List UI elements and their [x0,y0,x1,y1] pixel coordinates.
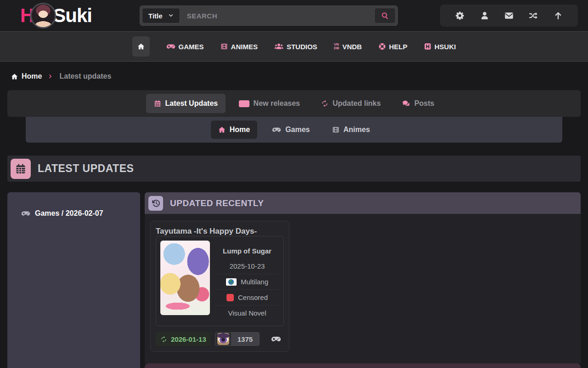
game-title[interactable]: Tayutama -It's Happy Days- [156,227,257,236]
views-count: 1375 [231,333,259,345]
logo-text-suki: Suki [53,5,92,27]
breadcrumb-home[interactable]: Home [11,72,42,80]
breadcrumb-home-label: Home [22,72,42,80]
date-sidebar: Games / 2026-02-07 [7,192,140,368]
next-section-strip [145,363,581,368]
users-icon [274,42,283,51]
upload-button[interactable] [554,11,563,20]
nav-home-button[interactable] [132,36,150,57]
random-button[interactable] [529,11,538,20]
subtab-home[interactable]: Home [211,121,257,139]
search-icon [381,12,389,19]
chevron-down-icon [168,13,174,18]
nav-item-help[interactable]: HELP [379,43,407,51]
tab-label: Posts [414,99,435,108]
nav-item-studios[interactable]: STUDIOS [274,42,317,51]
chevron-right-icon [48,74,53,79]
logo-avatar [30,3,56,29]
up-arrow-icon [554,11,563,20]
film-icon [220,43,228,50]
user-button[interactable] [480,11,489,20]
tab-label: New releases [254,99,300,108]
panel-body: Tayutama -It's Happy Days- Lump of Sugar… [145,214,581,363]
subtab-animes[interactable]: Animes [325,121,378,139]
calendar-icon [154,100,161,107]
search-input[interactable] [180,12,374,20]
breadcrumb-current: Latest updates [59,72,111,80]
tab-new-releases[interactable]: NEW New releases [231,94,308,113]
updated-recently-panel: UPDATED RECENTLY Tayutama -It's Happy Da… [145,192,581,368]
game-info-list: Lump of Sugar 2025-10-23 Multilang Cens [215,241,279,322]
nav-item-label: STUDIOS [287,43,317,51]
home-icon [11,73,18,80]
sidebar-item-label: Games / 2026-02-07 [35,209,103,218]
game-censorship-row: Censored [215,289,279,305]
updated-date-badge: 2026-01-13 [156,332,211,346]
nav-item-hsuki[interactable]: HSUKI [424,43,456,51]
search-bar: Title [140,6,398,26]
home-icon [218,126,226,133]
page: H Suki Title GAMES [0,0,588,368]
gamepad-icon [21,209,30,218]
nav-item-games[interactable]: GAMES [166,42,204,51]
user-icon [480,11,489,20]
tab-latest-updates[interactable]: Latest Updates [146,94,226,113]
tab-posts[interactable]: Posts [394,94,442,113]
h-square-icon [424,43,431,50]
tab-label: Updated links [333,99,381,108]
header-actions [440,5,578,27]
uploader-avatar [217,333,229,345]
game-language: Multilang [241,278,268,286]
nav-item-animes[interactable]: ANIMES [220,43,258,51]
messages-button[interactable] [504,11,514,20]
settings-button[interactable] [455,11,464,20]
subtab-label: Games [285,126,310,134]
home-icon [137,43,145,50]
subtab-games[interactable]: Games [265,120,317,139]
calendar-icon [15,163,26,174]
comments-icon [402,99,410,108]
censored-chip-icon [226,294,234,301]
tab-updated-links[interactable]: Updated links [313,94,389,113]
nav-item-label: HELP [389,43,407,51]
content-area: Games / 2026-02-07 UPDATED RECENTLY Tayu… [7,192,581,368]
nav-item-vndb[interactable]: VN DB VNDB [334,43,362,51]
game-cover-image[interactable] [160,241,210,315]
game-info-box: Lump of Sugar 2025-10-23 Multilang Cens [156,236,284,326]
globe-icon [228,279,234,285]
game-censorship: Censored [238,293,268,301]
flag-chip [226,278,237,286]
gamepad-icon [271,334,281,344]
subtab-label: Home [230,126,250,134]
sidebar-item-games-date[interactable]: Games / 2026-02-07 [21,209,140,218]
nav-item-label: ANIMES [231,43,258,51]
search-button[interactable] [374,8,396,23]
panel-title: UPDATED RECENTLY [170,198,264,208]
gear-icon [455,11,464,20]
history-icon [151,199,160,208]
game-category: Visual Novel [215,305,279,321]
site-logo[interactable]: H Suki [20,3,92,29]
top-header: H Suki Title [0,0,588,31]
section-icon-box [11,159,31,179]
page-title: LATEST UPDATES [38,162,134,175]
game-studio[interactable]: Lump of Sugar [215,243,279,259]
search-category-select[interactable]: Title [142,8,180,23]
game-language-row: Multilang [215,274,279,289]
nav-item-label: VNDB [342,43,362,51]
vndb-icon-bottom: DB [334,46,339,50]
subtab-label: Animes [344,126,370,134]
breadcrumb: Home Latest updates [11,69,588,83]
panel-header: UPDATED RECENTLY [145,192,581,214]
main-navbar: GAMES ANIMES STUDIOS VN DB VNDB HELP HSU… [0,31,588,62]
new-badge-icon: NEW [239,100,249,107]
updates-tabs: Latest Updates NEW New releases Updated … [7,90,581,117]
views-badge: 1375 [215,332,260,346]
life-ring-icon [379,43,386,50]
updated-date: 2026-01-13 [171,335,206,343]
envelope-icon [504,11,514,20]
vndb-icon: VN DB [334,43,339,50]
gamepad-icon [272,125,281,134]
tab-label: Latest Updates [165,99,218,108]
sync-icon [321,100,328,107]
